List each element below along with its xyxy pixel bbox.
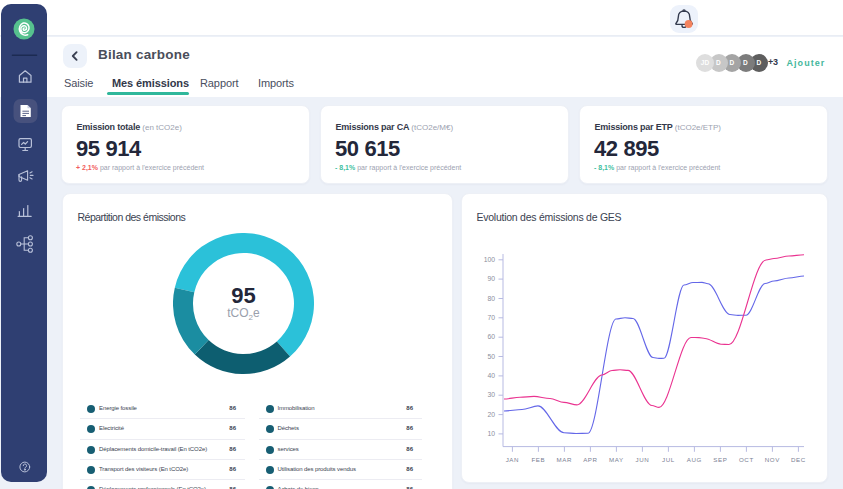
svg-text:20: 20 xyxy=(487,411,495,418)
svg-text:OCT: OCT xyxy=(739,456,754,463)
svg-text:JUL: JUL xyxy=(662,456,675,463)
svg-text:APR: APR xyxy=(583,456,598,463)
svg-text:100: 100 xyxy=(484,256,496,263)
svg-text:50: 50 xyxy=(487,353,495,360)
svg-text:SEP: SEP xyxy=(713,456,727,463)
svg-text:JUN: JUN xyxy=(635,456,649,463)
svg-text:FEB: FEB xyxy=(531,456,545,463)
svg-text:MAR: MAR xyxy=(557,456,573,463)
svg-text:30: 30 xyxy=(487,391,495,398)
svg-text:MAY: MAY xyxy=(609,456,624,463)
svg-text:70: 70 xyxy=(487,314,495,321)
svg-text:40: 40 xyxy=(487,372,495,379)
svg-text:60: 60 xyxy=(487,333,495,340)
svg-text:DEC: DEC xyxy=(791,456,806,463)
svg-text:NOV: NOV xyxy=(765,456,780,463)
svg-text:80: 80 xyxy=(487,295,495,302)
svg-text:10: 10 xyxy=(487,430,495,437)
svg-text:JAN: JAN xyxy=(506,456,520,463)
svg-text:90: 90 xyxy=(487,275,495,282)
svg-text:AUG: AUG xyxy=(687,456,702,463)
